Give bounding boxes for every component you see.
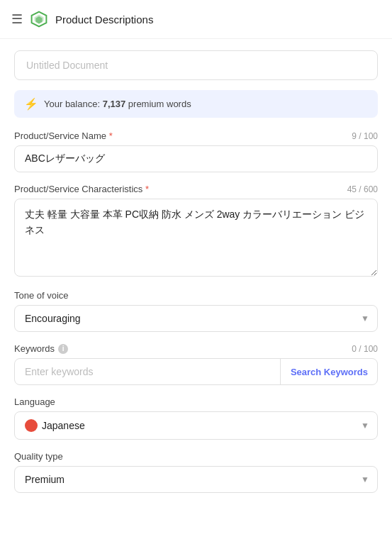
language-label-row: Language [14,396,378,407]
balance-banner: ⚡ Your balance: 7,137 premium words [14,90,378,118]
keywords-info-icon[interactable]: i [58,344,68,354]
language-label: Language [14,396,55,407]
product-name-group: Product/Service Name * 9 / 100 [14,131,378,172]
language-display[interactable]: Japanese [14,411,378,440]
balance-text: Your balance: 7,137 premium words [44,99,191,109]
keywords-label: Keywords [14,343,55,354]
keywords-label-row: Keywords i 0 / 100 [14,343,378,354]
tone-select[interactable]: Encouraging Professional Casual Formal P… [14,305,378,332]
quality-label-row: Quality type [14,451,378,462]
lightning-icon: ⚡ [24,97,38,111]
tone-select-wrapper: Encouraging Professional Casual Formal P… [14,305,378,332]
keywords-label-with-info: Keywords i [14,343,68,354]
tone-label-row: Tone of voice [14,290,378,301]
main-content: ⚡ Your balance: 7,137 premium words Prod… [0,39,392,516]
menu-icon[interactable]: ☰ [11,11,23,27]
product-name-input[interactable] [14,145,378,172]
keywords-counter: 0 / 100 [352,344,378,354]
product-name-counter: 9 / 100 [352,131,378,141]
product-characteristics-group: Product/Service Characteristics * 45 / 6… [14,184,378,279]
product-characteristics-required: * [145,184,149,194]
header-title: Product Descriptions [55,13,153,26]
tone-label: Tone of voice [14,290,69,301]
language-flag-icon [25,419,38,432]
product-name-label-row: Product/Service Name * 9 / 100 [14,131,378,141]
keywords-input-wrapper: Search Keywords [14,358,378,385]
document-name-input[interactable] [14,50,378,80]
keywords-group: Keywords i 0 / 100 Search Keywords [14,343,378,385]
product-characteristics-label: Product/Service Characteristics * [14,184,149,194]
product-name-label: Product/Service Name * [14,131,113,141]
app-logo [30,10,48,28]
quality-select[interactable]: Premium Standard [14,466,378,493]
tone-of-voice-group: Tone of voice Encouraging Professional C… [14,290,378,332]
product-characteristics-label-row: Product/Service Characteristics * 45 / 6… [14,184,378,194]
product-characteristics-counter: 45 / 600 [347,184,378,194]
language-select-wrapper: Japanese ▼ [14,411,378,440]
product-name-required: * [109,131,113,141]
quality-label: Quality type [14,451,63,462]
language-group: Language Japanese ▼ [14,396,378,440]
product-characteristics-textarea[interactable] [14,199,378,277]
language-value: Japanese [42,420,85,431]
header: ☰ Product Descriptions [0,0,392,39]
quality-select-wrapper: Premium Standard ▼ [14,466,378,493]
search-keywords-button[interactable]: Search Keywords [280,358,378,385]
quality-type-group: Quality type Premium Standard ▼ [14,451,378,493]
